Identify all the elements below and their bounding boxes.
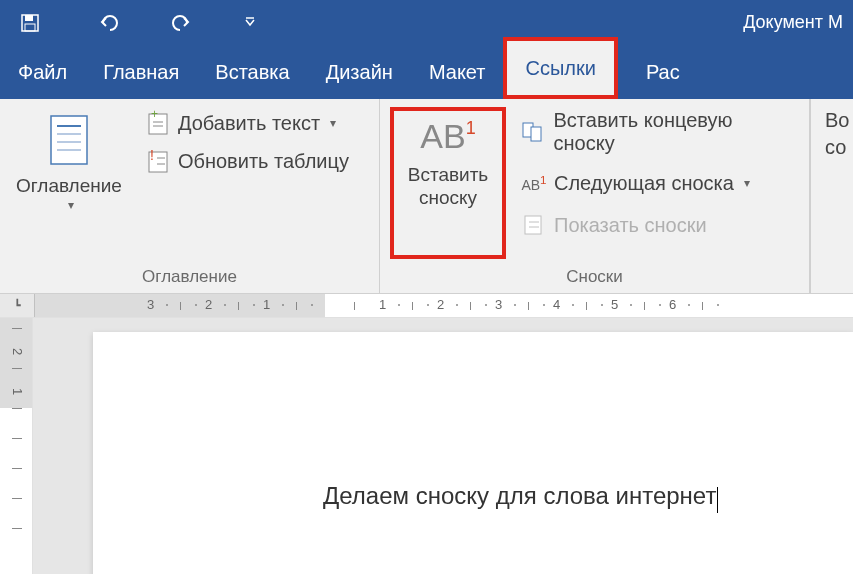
tab-layout[interactable]: Макет [411,45,504,99]
tab-insert[interactable]: Вставка [197,45,307,99]
ruler-corner: ┗ [0,294,35,317]
document-page[interactable]: Делаем сноску для слова интернет [93,332,853,574]
horizontal-ruler[interactable]: ┗ 321123456 [0,294,853,318]
insert-endnote-button[interactable]: Вставить концевую сноску [516,107,799,157]
vertical-ruler[interactable]: 21 [0,318,33,574]
group-footnotes: AB1 Вставить сноску Вставить концевую сн… [380,99,810,293]
next-footnote-button[interactable]: AB1 Следующая сноска ▾ [516,167,799,199]
show-notes-label: Показать сноски [554,214,707,237]
insert-footnote-button[interactable]: AB1 Вставить сноску [398,115,498,210]
save-button[interactable] [10,3,50,43]
add-text-button[interactable]: + Добавить текст ▾ [140,107,353,139]
show-notes-icon [520,211,548,239]
toc-button[interactable]: Оглавление ▾ [10,107,128,259]
toc-label: Оглавление [16,175,122,198]
tab-references-highlight: Ссылки [503,37,617,99]
toc-icon [40,111,98,169]
ribbon-tabs: Файл Главная Вставка Дизайн Макет Ссылки… [0,45,853,99]
group-footnotes-label: Сноски [380,263,809,293]
title-bar: Документ M [0,0,853,45]
svg-rect-1 [25,15,33,21]
text-cursor [717,487,718,513]
update-table-label: Обновить таблицу [178,150,349,173]
svg-rect-19 [525,216,541,234]
tab-design[interactable]: Дизайн [308,45,411,99]
update-table-icon: ! [144,147,172,175]
svg-rect-4 [51,116,87,164]
svg-rect-18 [531,127,541,141]
tab-references[interactable]: Ссылки [507,41,613,95]
show-notes-button[interactable]: Показать сноски [516,209,799,241]
tab-mailings[interactable]: Рас [628,45,698,99]
group-toc-label: Оглавление [0,263,379,293]
svg-text:!: ! [150,148,154,163]
group-toc: Оглавление ▾ + Добавить текст ▾ ! Обнови… [0,99,380,293]
redo-button[interactable] [160,3,200,43]
next-footnote-icon: AB1 [520,169,548,197]
add-text-label: Добавить текст [178,112,320,135]
svg-rect-2 [25,24,35,31]
chevron-down-icon: ▾ [744,176,750,190]
update-table-button[interactable]: ! Обновить таблицу [140,145,353,177]
chevron-down-icon: ▾ [330,116,336,130]
svg-text:+: + [151,110,158,121]
add-text-icon: + [144,109,172,137]
chevron-down-icon: ▾ [68,198,74,212]
insert-endnote-label: Вставить концевую сноску [554,109,795,155]
document-text: Делаем сноску для слова интернет [323,482,716,509]
next-footnote-label: Следующая сноска [554,172,734,195]
document-background: Делаем сноску для слова интернет [33,318,853,574]
qat-customize-button[interactable] [230,3,270,43]
footnote-icon: AB1 [414,115,481,158]
ribbon: Оглавление ▾ + Добавить текст ▾ ! Обнови… [0,99,853,294]
group-partial: Во со [810,99,853,293]
insert-footnote-highlight: AB1 Вставить сноску [390,107,506,259]
tab-home[interactable]: Главная [85,45,197,99]
insert-footnote-label: Вставить сноску [408,164,489,210]
undo-button[interactable] [90,3,130,43]
endnote-icon [520,118,548,146]
tab-file[interactable]: Файл [0,45,85,99]
document-title: Документ M [743,12,843,33]
